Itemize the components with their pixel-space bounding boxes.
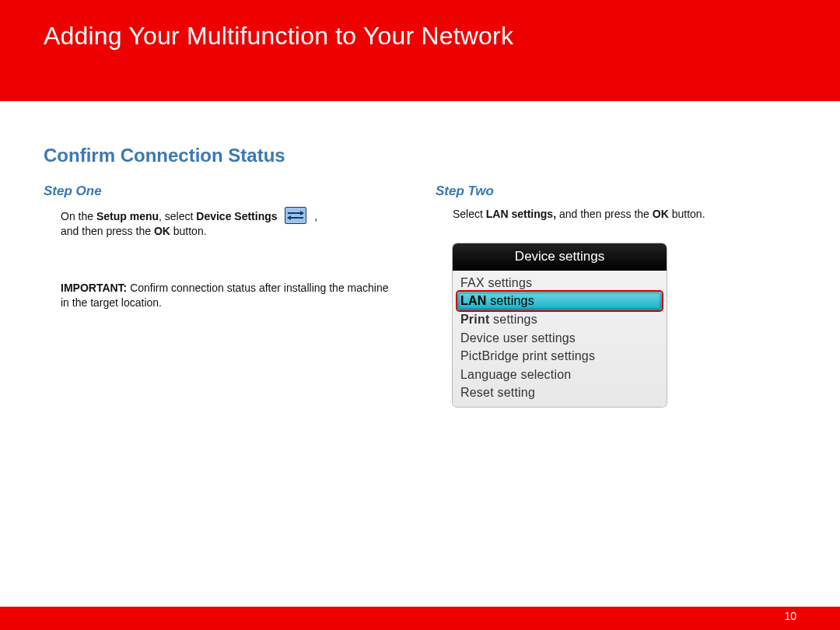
text-bold: OK xyxy=(653,208,669,220)
text: and then press the xyxy=(556,208,653,220)
step-two-heading: Step Two xyxy=(436,184,796,199)
text-bold: Device Settings xyxy=(196,210,277,222)
menu-item-pictbridge-print-settings[interactable]: PictBridge print settings xyxy=(457,347,662,366)
menu-item-print-settings[interactable]: Print settings xyxy=(457,310,662,329)
text: On the xyxy=(61,210,96,222)
text: settings xyxy=(486,294,534,307)
menu-item-reset-setting[interactable]: Reset setting xyxy=(457,383,662,402)
section-title: Confirm Connection Status xyxy=(44,145,796,166)
step-one-heading: Step One xyxy=(44,184,404,199)
device-menu-title: Device settings xyxy=(453,243,667,271)
slide-content: Confirm Connection Status Step One On th… xyxy=(0,101,840,607)
text-bold: IMPORTANT: xyxy=(61,282,127,294)
text-bold: Setup menu xyxy=(96,210,159,222)
step-one-body: On the Setup menu, select Device Setting… xyxy=(44,207,404,310)
menu-item-fax-settings[interactable]: FAX settings xyxy=(457,274,662,292)
menu-item-lan-settings[interactable]: LAN settings xyxy=(457,292,662,310)
slide-page: Adding Your Multifunction to Your Networ… xyxy=(0,0,840,630)
text: and then press the xyxy=(61,225,154,237)
slide-header: Adding Your Multifunction to Your Networ… xyxy=(44,22,796,100)
steps-row: Step One On the Setup menu, select Devic… xyxy=(44,184,796,407)
step-one-column: Step One On the Setup menu, select Devic… xyxy=(44,184,404,407)
text-bold: OK xyxy=(154,225,170,237)
step-two-body: Select LAN settings, and then press the … xyxy=(436,207,796,407)
text: , select xyxy=(159,210,196,222)
text: Select xyxy=(453,208,486,220)
step-two-column: Step Two Select LAN settings, and then p… xyxy=(436,184,796,407)
menu-item-language-selection[interactable]: Language selection xyxy=(457,366,662,384)
page-title: Adding Your Multifunction to Your Networ… xyxy=(44,22,796,51)
important-note: IMPORTANT: Confirm connection status aft… xyxy=(61,281,397,310)
text: button. xyxy=(170,225,207,237)
text: , xyxy=(311,210,317,222)
page-number: 10 xyxy=(784,610,796,622)
device-settings-icon xyxy=(285,207,306,224)
text-bold: LAN settings, xyxy=(486,208,556,220)
device-settings-menu: Device settings FAX settings LAN setting… xyxy=(453,243,667,407)
text: settings xyxy=(489,313,537,326)
device-menu-list: FAX settings LAN settings Print settings… xyxy=(453,271,667,407)
text-bold: Print xyxy=(460,313,489,326)
text-bold: LAN xyxy=(460,294,486,307)
text: button. xyxy=(669,208,705,220)
menu-item-device-user-settings[interactable]: Device user settings xyxy=(457,329,662,348)
